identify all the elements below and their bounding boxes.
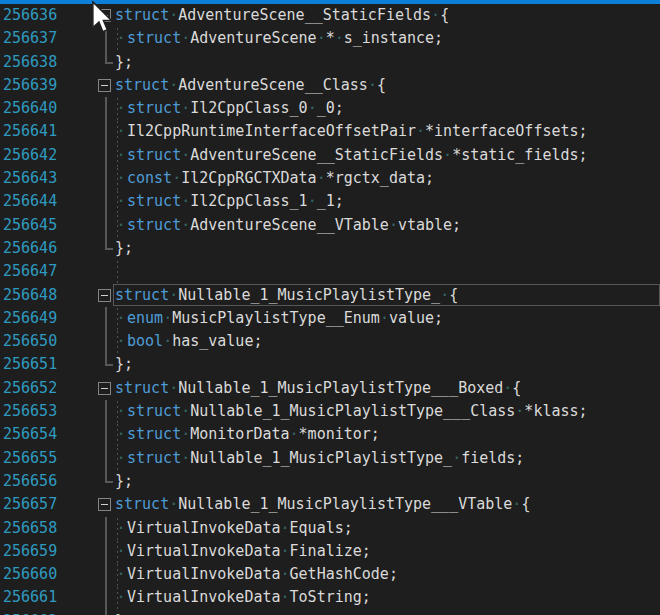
code-line: 256644·struct·Il2CppClass_1·_1; — [0, 190, 660, 213]
identifier-token: *monitor; — [299, 425, 380, 443]
code-text[interactable]: ·struct·AdventureScene__StaticFields·*st… — [115, 144, 588, 167]
line-number[interactable]: 256640 — [3, 97, 57, 120]
code-text[interactable]: struct·Nullable_1_MusicPlaylistType_·{ — [115, 284, 458, 307]
fold-collapse-button[interactable] — [98, 79, 111, 92]
keyword-token: struct — [127, 192, 181, 210]
code-text[interactable]: ·bool·has_value; — [115, 330, 262, 353]
line-number[interactable]: 256661 — [3, 586, 57, 609]
code-text[interactable]: ·struct·Il2CppClass_0·_0; — [115, 97, 344, 120]
code-line: 256651}; — [0, 353, 660, 376]
line-number[interactable]: 256658 — [3, 517, 57, 540]
line-number[interactable]: 256653 — [3, 400, 57, 423]
code-text[interactable]: ·VirtualInvokeData·Equals; — [115, 517, 353, 540]
identifier-token: value; — [389, 309, 443, 327]
identifier-token: }; — [115, 239, 133, 257]
fold-collapse-button[interactable] — [98, 9, 111, 22]
whitespace-dot: · — [416, 122, 425, 140]
line-number[interactable]: 256645 — [3, 214, 57, 237]
line-number[interactable]: 256644 — [3, 190, 57, 213]
whitespace-dot: · — [181, 449, 190, 467]
code-line: 256652struct·Nullable_1_MusicPlaylistTyp… — [0, 377, 660, 400]
code-text[interactable]: ·struct·Nullable_1_MusicPlaylistType___C… — [115, 400, 588, 423]
line-number[interactable]: 256657 — [3, 493, 57, 516]
fold-guide-line — [105, 120, 107, 143]
code-text[interactable]: ·struct·Nullable_1_MusicPlaylistType_·fi… — [115, 447, 524, 470]
code-text[interactable]: ·enum·MusicPlaylistType__Enum·value; — [115, 307, 443, 330]
code-text[interactable]: ·Il2CppRuntimeInterfaceOffsetPair·*inter… — [115, 120, 588, 143]
code-line: 256659·VirtualInvokeData·Finalize; — [0, 540, 660, 563]
line-number[interactable]: 256654 — [3, 423, 57, 446]
code-editor-window: 256636struct·AdventureScene__StaticField… — [0, 0, 660, 615]
code-line: 256648struct·Nullable_1_MusicPlaylistTyp… — [0, 284, 660, 307]
fold-guide-line — [105, 144, 107, 167]
indent-guide — [117, 261, 118, 283]
minus-icon — [101, 388, 108, 389]
line-number[interactable]: 256639 — [3, 74, 57, 97]
code-line: 256660·VirtualInvokeData·GetHashCode; — [0, 563, 660, 586]
fold-guide-corner — [105, 62, 113, 64]
code-line: 256637·struct·AdventureScene·*·s_instanc… — [0, 27, 660, 50]
identifier-token: GetHashCode; — [290, 565, 398, 583]
line-number[interactable]: 256649 — [3, 307, 57, 330]
line-number[interactable]: 256648 — [3, 284, 57, 307]
whitespace-dot: · — [281, 519, 290, 537]
fold-guide-line — [105, 214, 107, 237]
code-text[interactable]: ·VirtualInvokeData·Finalize; — [115, 540, 371, 563]
line-number[interactable]: 256656 — [3, 470, 57, 493]
line-number[interactable]: 256651 — [3, 353, 57, 376]
fold-guide-line — [105, 586, 107, 609]
keyword-token: struct — [127, 29, 181, 47]
keyword-token: struct — [127, 99, 181, 117]
whitespace-dot: · — [115, 517, 127, 540]
code-text[interactable]: ·VirtualInvokeData·GetHashCode; — [115, 563, 398, 586]
line-number[interactable]: 256662 — [3, 610, 57, 615]
code-text[interactable]: ·const·Il2CppRGCTXData·*rgctx_data; — [115, 167, 434, 190]
code-text[interactable]: ·struct·MonitorData·*monitor; — [115, 423, 380, 446]
line-number[interactable]: 256638 — [3, 51, 57, 74]
fold-collapse-button[interactable] — [98, 498, 111, 511]
identifier-token: AdventureScene — [190, 29, 316, 47]
code-text[interactable]: }; — [115, 470, 133, 493]
code-text[interactable]: }; — [115, 237, 133, 260]
code-text[interactable]: struct·Nullable_1_MusicPlaylistType___VT… — [115, 493, 530, 516]
line-number[interactable]: 256652 — [3, 377, 57, 400]
line-number[interactable]: 256659 — [3, 540, 57, 563]
fold-collapse-button[interactable] — [98, 382, 111, 395]
fold-guide-corner — [105, 364, 113, 366]
code-text[interactable]: struct·AdventureScene__StaticFields·{ — [115, 4, 449, 27]
keyword-token: struct — [115, 495, 169, 513]
line-number[interactable]: 256636 — [3, 4, 57, 27]
whitespace-dot: · — [169, 495, 178, 513]
identifier-token: AdventureScene__VTable — [190, 216, 389, 234]
line-number[interactable]: 256650 — [3, 330, 57, 353]
line-number[interactable]: 256641 — [3, 120, 57, 143]
whitespace-dot: · — [115, 214, 127, 237]
fold-collapse-button[interactable] — [98, 289, 111, 302]
line-number[interactable]: 256642 — [3, 144, 57, 167]
whitespace-dot: · — [317, 169, 326, 187]
code-text[interactable]: ·struct·AdventureScene__VTable·vtable; — [115, 214, 461, 237]
minus-icon — [101, 15, 108, 16]
fold-guide-line — [105, 610, 107, 615]
whitespace-dot: · — [169, 6, 178, 24]
code-text[interactable]: ·struct·Il2CppClass_1·_1; — [115, 190, 344, 213]
code-text[interactable]: struct·Nullable_1_MusicPlaylistType___Bo… — [115, 377, 521, 400]
code-line: 256658·VirtualInvokeData·Equals; — [0, 517, 660, 540]
line-number[interactable]: 256655 — [3, 447, 57, 470]
line-number[interactable]: 256646 — [3, 237, 57, 260]
whitespace-dot: · — [115, 97, 127, 120]
code-text[interactable]: ·VirtualInvokeData·ToString; — [115, 586, 371, 609]
line-number[interactable]: 256643 — [3, 167, 57, 190]
code-area[interactable]: 256636struct·AdventureScene__StaticField… — [0, 4, 660, 615]
whitespace-dot: · — [115, 563, 127, 586]
code-text[interactable]: }; — [115, 353, 133, 376]
line-number[interactable]: 256647 — [3, 260, 57, 283]
identifier-token: { — [449, 286, 458, 304]
code-text[interactable]: struct·AdventureScene__Class·{ — [115, 74, 386, 97]
code-text[interactable]: }; — [115, 610, 133, 615]
identifier-token: vtable; — [398, 216, 461, 234]
code-text[interactable]: ·struct·AdventureScene·*·s_instance; — [115, 27, 443, 50]
code-text[interactable]: }; — [115, 51, 133, 74]
line-number[interactable]: 256637 — [3, 27, 57, 50]
line-number[interactable]: 256660 — [3, 563, 57, 586]
